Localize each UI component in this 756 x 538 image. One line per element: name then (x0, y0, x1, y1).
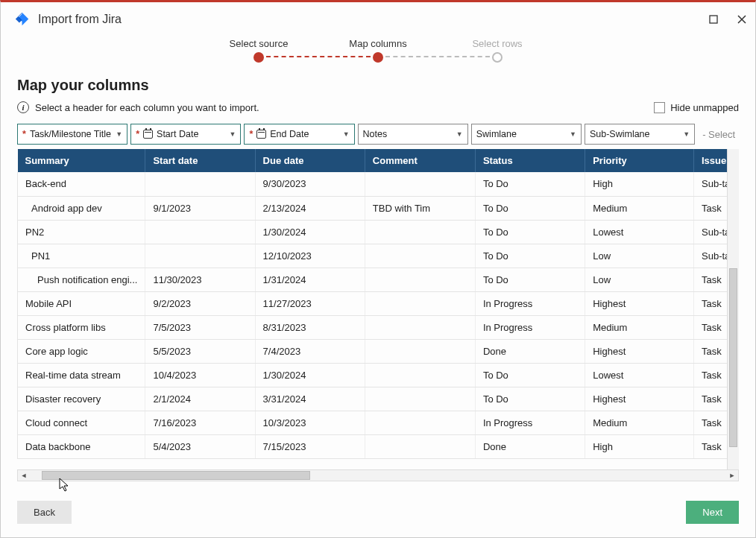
step-dot-icon (253, 52, 264, 63)
info-text: Select a header for each column you want… (35, 102, 259, 113)
cell: Cloud connect (18, 411, 145, 434)
cell: Lowest (585, 363, 694, 387)
cell: 9/1/2023 (145, 196, 255, 220)
cell: In Progress (475, 411, 585, 434)
cell: TBD with Tim (365, 196, 475, 220)
cell (365, 315, 475, 339)
cell: Mobile API (18, 291, 145, 315)
horizontal-scrollbar[interactable]: ◄ ► (17, 469, 739, 481)
titlebar: Import from Jira (1, 2, 755, 37)
window-title: Import from Jira (38, 13, 708, 26)
col-priority[interactable]: Priority (585, 149, 694, 172)
table-row[interactable]: Cross platform libs7/5/20238/31/2023In P… (18, 315, 739, 339)
cell: 1/31/2024 (255, 268, 365, 291)
cell: 10/3/2023 (255, 411, 365, 434)
cell: Low (585, 244, 694, 268)
table-row[interactable]: Real-time data stream10/4/20231/30/2024T… (18, 363, 739, 387)
hide-unmapped-label: Hide unmapped (670, 102, 739, 113)
chevron-down-icon: ▼ (229, 130, 236, 138)
table-row[interactable]: Cloud connect7/16/202310/3/2023In Progre… (18, 411, 739, 434)
cell: Disaster recovery (18, 387, 145, 411)
col-summary[interactable]: Summary (18, 149, 145, 172)
scroll-left-arrow[interactable]: ◄ (18, 470, 30, 481)
mapper-notes[interactable]: Notes ▼ (358, 124, 468, 145)
mapper-start-date[interactable]: * Start Date ▼ (130, 124, 241, 145)
col-comment[interactable]: Comment (365, 149, 475, 172)
scrollbar-thumb[interactable] (42, 471, 310, 480)
cell: To Do (475, 268, 585, 291)
back-button[interactable]: Back (17, 501, 72, 524)
step-select-source: Select source (199, 38, 318, 63)
table-row[interactable]: PN112/10/2023To DoLowSub-ta (18, 244, 739, 268)
table-row[interactable]: Back-end9/30/2023To DoHighSub-ta (18, 172, 739, 196)
col-start-date[interactable]: Start date (145, 149, 255, 172)
page-title: Map your columns (17, 77, 739, 94)
cell: PN2 (18, 220, 145, 244)
calendar-icon (143, 130, 153, 139)
scroll-right-arrow[interactable]: ► (726, 470, 738, 481)
table-row[interactable]: Data backbone5/4/20237/15/2023DoneHighTa… (18, 434, 739, 458)
footer: Back Next (1, 490, 755, 537)
cell (365, 220, 475, 244)
cell (365, 172, 475, 196)
cell: 5/5/2023 (145, 339, 255, 363)
cell: 11/27/2023 (255, 291, 365, 315)
table-row[interactable]: Push notification engi...11/30/20231/31/… (18, 268, 739, 291)
vertical-scrollbar[interactable] (727, 149, 739, 469)
table-row[interactable]: Android app dev9/1/20232/13/2024TBD with… (18, 196, 739, 220)
cell: 12/10/2023 (255, 244, 365, 268)
table-row[interactable]: Mobile API9/2/202311/27/2023In ProgressH… (18, 291, 739, 315)
cell: Medium (585, 196, 694, 220)
cell: Core app logic (18, 339, 145, 363)
cell: PN1 (18, 244, 145, 268)
cell: Done (475, 339, 585, 363)
cell: Real-time data stream (18, 363, 145, 387)
mapper-end-date[interactable]: * End Date ▼ (244, 124, 354, 145)
cell (365, 411, 475, 434)
maximize-button[interactable] (708, 13, 719, 25)
cell: Highest (585, 339, 694, 363)
step-dot-icon (492, 52, 503, 63)
hide-unmapped-checkbox[interactable]: Hide unmapped (654, 102, 739, 113)
cell (365, 339, 475, 363)
content-area: Map your columns i Select a header for e… (1, 66, 755, 490)
cell (365, 268, 475, 291)
step-dot-icon (373, 52, 383, 63)
chevron-down-icon: ▼ (116, 130, 122, 138)
scrollbar-thumb[interactable] (729, 268, 737, 447)
preview-table: Summary Start date Due date Comment Stat… (17, 149, 739, 459)
cell (365, 363, 475, 387)
cell: 7/4/2023 (255, 339, 365, 363)
cell: To Do (475, 220, 585, 244)
cell (145, 172, 255, 196)
cell: High (585, 434, 694, 458)
col-due-date[interactable]: Due date (255, 149, 365, 172)
info-icon: i (17, 101, 29, 113)
cell: Push notification engi... (18, 268, 145, 291)
cell: Medium (585, 411, 694, 434)
cell (365, 434, 475, 458)
table-row[interactable]: Core app logic5/5/20237/4/2023DoneHighes… (18, 339, 739, 363)
cell: Data backbone (18, 434, 145, 458)
table-row[interactable]: Disaster recovery2/1/20243/31/2024To DoH… (18, 387, 739, 411)
col-status[interactable]: Status (475, 149, 585, 172)
mapper-task-title[interactable]: * Task/Milestone Title ▼ (17, 124, 127, 145)
cell: Back-end (18, 172, 145, 196)
mapper-swimlane[interactable]: Swimlane ▼ (471, 124, 582, 145)
cell: To Do (475, 387, 585, 411)
mapper-placeholder[interactable]: - Select (698, 124, 739, 145)
cell: To Do (475, 196, 585, 220)
close-button[interactable] (736, 13, 748, 25)
cell: 10/4/2023 (145, 363, 255, 387)
step-select-rows: Select rows (438, 38, 557, 63)
chevron-down-icon: ▼ (456, 130, 463, 138)
mapper-sub-swimlane[interactable]: Sub-Swimlane ▼ (585, 124, 695, 145)
next-button[interactable]: Next (686, 501, 739, 524)
table-row[interactable]: PN21/30/2024To DoLowestSub-ta (18, 220, 739, 244)
cell: To Do (475, 363, 585, 387)
cell (145, 220, 255, 244)
cell: High (585, 172, 694, 196)
jira-icon (14, 11, 31, 28)
cell: 9/30/2023 (255, 172, 365, 196)
cell (365, 387, 475, 411)
